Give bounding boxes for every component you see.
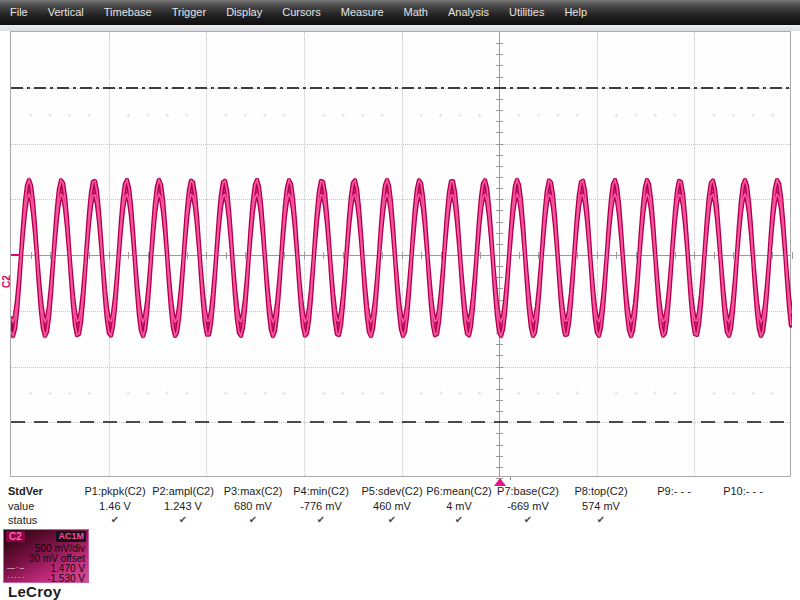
menu-item-timebase[interactable]: Timebase	[94, 0, 162, 25]
menu-item-math[interactable]: Math	[394, 0, 438, 25]
oscilloscope-screen: { "menubar": { "items": ["File","Vertica…	[0, 0, 800, 600]
table-rowhead-stdver: StdVer	[8, 485, 43, 497]
menu-item-vertical[interactable]: Vertical	[38, 0, 94, 25]
dashdot-line-icon: —·–	[7, 563, 25, 572]
table-rowhead-status: status	[8, 514, 37, 526]
menu-item-help[interactable]: Help	[554, 0, 597, 25]
c2-trace-indicator[interactable]: C2	[1, 268, 21, 288]
c2-descriptor-box[interactable]: C2 AC1M 500 mV/div 30 mV offset —·– 1.47…	[3, 529, 89, 583]
table-rowhead-value: value	[8, 500, 34, 512]
menubar: FileVerticalTimebaseTriggerDisplayCursor…	[0, 0, 800, 25]
measurement-table: StdVer value status P1:pkpk(C2)1.46 V✔P2…	[0, 481, 800, 527]
menu-item-file[interactable]: File	[0, 0, 38, 25]
c2-waveform-trace	[11, 32, 792, 478]
trigger-position-marker[interactable]	[494, 478, 506, 486]
c2-zero-level-marker[interactable]	[11, 254, 20, 256]
measurement-label[interactable]: P10:- - -	[695, 485, 791, 497]
coupling-badge: AC1M	[56, 531, 86, 542]
menu-item-utilities[interactable]: Utilities	[499, 0, 554, 25]
waveform-grid: ++++++++++++++++++++++++++++++++++++++++…	[10, 31, 791, 477]
descriptor-header: C2 AC1M	[4, 530, 88, 543]
lecroy-logo: LeCroy	[8, 583, 61, 600]
menu-items: FileVerticalTimebaseTriggerDisplayCursor…	[0, 0, 597, 25]
menu-item-display[interactable]: Display	[216, 0, 272, 25]
menu-item-measure[interactable]: Measure	[331, 0, 394, 25]
axis-tick	[792, 252, 793, 259]
menu-item-trigger[interactable]: Trigger	[162, 0, 216, 25]
measurement-value: 574 mV	[553, 500, 649, 512]
measurement-status-check: ✔	[553, 514, 649, 525]
channel-badge: C2	[6, 531, 25, 542]
menu-item-analysis[interactable]: Analysis	[438, 0, 499, 25]
menu-item-cursors[interactable]: Cursors	[272, 0, 331, 25]
dotted-line-icon: ·····	[7, 573, 25, 582]
c2-trace-label: C2	[1, 275, 12, 288]
